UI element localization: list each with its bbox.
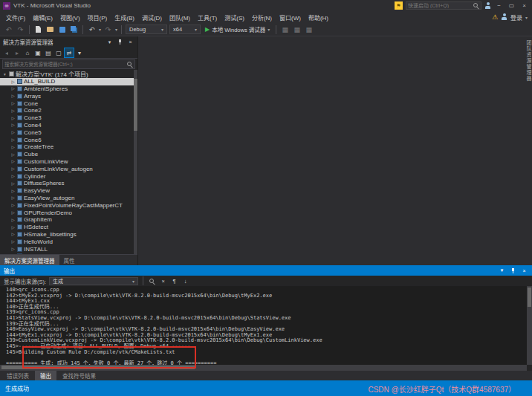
redo-button[interactable]: ↷ [103,25,113,34]
panel-tab[interactable]: 解决方案资源管理器 [0,255,59,265]
chevron-right-icon[interactable]: ▷ [10,86,16,91]
user-avatar-icon[interactable] [484,2,491,10]
pin-button[interactable] [116,38,124,46]
tree-item-project[interactable]: ▷ EasyView_autogen [0,195,137,202]
scrollbar-thumb[interactable] [528,288,531,307]
menu-item[interactable]: 分析(N) [248,12,276,23]
tree-item-project[interactable]: ▷ Cone6 [0,136,137,143]
tree-item-project[interactable]: ▷ Cone2 [0,107,137,114]
quick-launch-input[interactable] [408,3,471,8]
undo-button[interactable]: ↶ [87,25,97,34]
chevron-right-icon[interactable]: ▷ [10,101,16,106]
chevron-right-icon[interactable]: ▷ [10,225,16,230]
clear-all-icon[interactable]: × [159,277,167,285]
tree-item-project[interactable]: ▷ Cylinder [0,172,137,180]
start-debugging-button[interactable]: ▶ 本地 Windows 调试器 ▾ [203,25,272,33]
account-icon[interactable] [501,13,507,21]
pin-button[interactable] [509,267,517,275]
tree-item-project[interactable]: ▷ GraphItem [0,216,137,224]
tree-item-project[interactable]: ▷ DiffuseSpheres [0,180,137,187]
tree-item-project[interactable]: ▷ HSmake_libsettings [0,231,137,238]
menu-item[interactable]: 视图(V) [56,12,84,23]
solution-search-input[interactable] [4,62,125,67]
chevron-right-icon[interactable]: ▷ [10,174,16,178]
menu-item[interactable]: 项目(P) [84,12,111,23]
chevron-right-icon[interactable]: ▷ [10,210,16,215]
chevron-right-icon[interactable]: ▷ [10,116,16,120]
tree-item-project[interactable]: ▷ Cone3 [0,114,137,122]
tree-scrollbar[interactable] [134,70,137,254]
tree-item-project[interactable]: ▷ FixedPointVolumeRayCastMapperCT [0,201,137,209]
close-button[interactable]: × [519,1,529,10]
chevron-right-icon[interactable]: ▷ [10,137,16,142]
forward-icon[interactable]: ▸ [13,48,22,57]
chevron-right-icon[interactable]: ▷ [10,123,16,127]
warning-icon[interactable]: ⚠ [492,13,498,21]
menu-item[interactable]: 编辑(E) [29,12,56,23]
redo-dropdown-icon[interactable]: ▾ [115,27,117,32]
collapse-all-icon[interactable]: ▣ [33,48,42,57]
tree-item-project[interactable]: ▷ LabeledMesh [0,253,137,254]
menu-item[interactable]: 团队(M) [166,12,194,23]
panel-tab[interactable]: 属性 [59,255,80,265]
chevron-right-icon[interactable]: ▷ [10,203,16,207]
chevron-down-icon[interactable]: ▾ [2,72,7,77]
notifications-flag-button[interactable]: ⚑ [395,1,403,10]
find-message-button[interactable] [148,277,156,285]
chevron-down-icon[interactable]: ▾ [525,15,528,20]
menu-item[interactable]: 测试(S) [221,12,248,23]
tree-item-project[interactable]: ▷ Arrays [0,92,137,100]
properties-icon[interactable]: ▤ [44,48,53,57]
configuration-select[interactable]: Debug ▾ [126,25,167,34]
command-window-icon[interactable]: ▦ [304,25,314,34]
debug-windows-icon[interactable]: ▦ [280,25,290,34]
tree-item-project[interactable]: ▷ Cone [0,100,137,107]
chevron-right-icon[interactable]: ▷ [10,130,16,134]
chevron-right-icon[interactable]: ▷ [10,189,16,193]
panel-tab[interactable]: 错误列表 [1,371,34,380]
tree-item-project[interactable]: ▷ CustomLinkView_autogen [0,165,137,172]
tree-item-solution[interactable]: ▾ 解决方案'VTK' (174 个项目) [0,71,137,78]
chevron-right-icon[interactable]: ▷ [10,181,16,186]
back-icon[interactable]: ◂ [2,48,11,57]
save-all-button[interactable] [69,25,79,34]
menu-item[interactable]: 窗口(W) [276,12,305,23]
team-explorer-collapsed-tab[interactable]: 团队资源管理器 [525,40,532,265]
chevron-right-icon[interactable]: ▷ [10,108,16,113]
sign-in-label[interactable]: 登录 [510,13,522,22]
new-file-button[interactable] [33,25,43,34]
tree-item-project[interactable]: ▷ CreateTree [0,143,137,151]
chevron-right-icon[interactable]: ▷ [10,152,16,157]
platform-select[interactable]: x64 ▾ [169,25,201,34]
output-hscrollbar[interactable] [0,365,527,371]
word-wrap-icon[interactable]: ¶ [170,277,178,285]
menu-item[interactable]: 生成(B) [111,12,138,23]
save-button[interactable] [57,25,67,34]
maximize-button[interactable]: ▭ [507,1,516,10]
chevron-right-icon[interactable]: ▷ [10,247,16,251]
navigate-forward-button[interactable]: ↷ [16,25,25,34]
attach-to-process-icon[interactable]: ▦ [292,25,302,34]
tree-item-project[interactable]: ▷ AmbientSpheres [0,85,137,93]
chevron-right-icon[interactable]: ▷ [10,79,16,84]
chevron-right-icon[interactable]: ▷ [10,159,16,163]
chevron-right-icon[interactable]: ▷ [10,195,16,200]
chevron-right-icon[interactable]: ▷ [10,166,16,171]
chevron-right-icon[interactable]: ▷ [10,232,16,236]
menu-item[interactable]: 帮助(H) [305,12,332,23]
tree-item-project[interactable]: ▷ GPURenderDemo [0,209,137,216]
scrollbar-thumb[interactable] [1,366,195,369]
undo-dropdown-icon[interactable]: ▾ [99,27,101,32]
panel-tab[interactable]: 输出 [35,371,56,380]
menu-item[interactable]: 工具(T) [194,12,221,23]
tree-item-project[interactable]: ▷ Cube [0,151,137,158]
open-file-button[interactable] [45,25,55,34]
menu-item[interactable]: 调试(D) [138,12,166,23]
sync-active-document-icon[interactable]: ⇄ [65,48,74,57]
tree-item-project[interactable]: ▷ HSdetect [0,224,137,231]
tree-item-project[interactable]: ▷ ALL_BUILD [0,78,137,85]
close-panel-button[interactable]: × [520,267,528,275]
autoscroll-icon[interactable]: ↓ [181,277,189,285]
chevron-down-icon[interactable]: ▾ [106,38,114,46]
menu-item[interactable]: 文件(F) [2,12,29,23]
